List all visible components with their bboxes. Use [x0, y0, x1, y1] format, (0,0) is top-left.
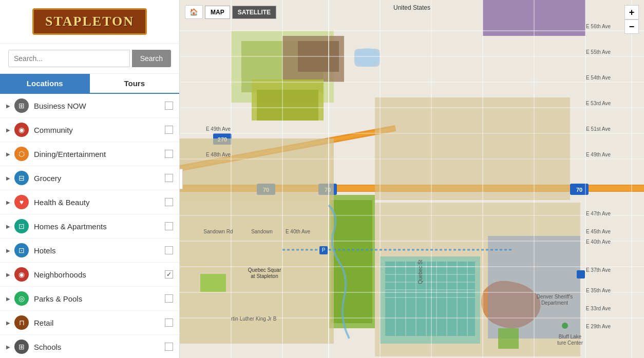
category-checkbox-parks-pools[interactable]: [165, 294, 173, 303]
category-checkbox-community[interactable]: [165, 126, 173, 134]
map-svg: 270 70 70 70: [180, 0, 644, 358]
svg-text:Quebec Squar: Quebec Squar: [248, 267, 281, 273]
map-home-button[interactable]: 🏠: [185, 5, 203, 19]
expand-arrow-health-beauty: ▶: [6, 200, 11, 205]
sidebar: STAPLETON Search Locations Tours ▶⊞Busin…: [0, 0, 180, 358]
category-icon-schools: ⊞: [14, 340, 29, 354]
category-item-neighborhoods[interactable]: ▶◉Neighborhoods✓: [0, 263, 179, 287]
svg-text:E 47th Ave: E 47th Ave: [586, 211, 611, 216]
search-button[interactable]: Search: [132, 50, 171, 67]
expand-arrow-business-now: ▶: [6, 103, 11, 109]
zoom-out-button[interactable]: −: [624, 19, 639, 34]
category-checkbox-dining-entertainment[interactable]: [165, 150, 173, 158]
category-icon-hotels: ⊡: [14, 243, 29, 257]
map-type-map-button[interactable]: MAP: [205, 6, 230, 19]
svg-text:Bluff Lake: Bluff Lake: [559, 334, 582, 340]
svg-text:E 55th Ave: E 55th Ave: [586, 49, 611, 55]
search-area: Search: [0, 44, 179, 74]
category-icon-homes-apartments: ⊡: [14, 219, 29, 233]
zoom-in-button[interactable]: +: [624, 5, 639, 19]
svg-rect-45: [200, 274, 226, 292]
expand-arrow-community: ▶: [6, 127, 11, 133]
svg-text:E 51st Ave: E 51st Ave: [586, 126, 611, 132]
expand-arrow-homes-apartments: ▶: [6, 224, 11, 229]
category-item-hotels[interactable]: ▶⊡Hotels: [0, 238, 179, 263]
svg-text:Quebec St: Quebec St: [418, 260, 423, 284]
svg-text:ture Center: ture Center: [557, 340, 583, 346]
svg-rect-25: [375, 97, 570, 200]
svg-text:Denver Sheriff's: Denver Sheriff's: [537, 294, 573, 300]
svg-text:E 49th Ave: E 49th Ave: [206, 126, 231, 132]
svg-text:E 40th Ave: E 40th Ave: [286, 229, 311, 234]
svg-text:E 45th Ave: E 45th Ave: [586, 229, 611, 234]
category-label-business-now: Business NOW: [34, 102, 165, 110]
category-label-retail: Retail: [34, 319, 165, 327]
search-input[interactable]: [8, 50, 130, 67]
svg-text:E 49th Ave: E 49th Ave: [586, 152, 611, 157]
expand-arrow-grocery: ▶: [6, 175, 11, 181]
svg-text:Department: Department: [541, 300, 568, 306]
category-item-homes-apartments[interactable]: ▶⊡Homes & Apartments: [0, 214, 179, 238]
category-icon-dining-entertainment: ⬡: [14, 147, 29, 161]
category-label-parks-pools: Parks & Pools: [34, 294, 165, 303]
category-checkbox-grocery[interactable]: [165, 174, 173, 182]
category-checkbox-business-now[interactable]: [165, 102, 173, 110]
category-icon-grocery: ⊟: [14, 171, 29, 185]
map-zoom-controls: + −: [624, 5, 639, 34]
category-checkbox-retail[interactable]: [165, 319, 173, 327]
expand-arrow-dining-entertainment: ▶: [6, 151, 11, 157]
category-icon-parks-pools: ◎: [14, 291, 29, 306]
category-icon-business-now: ⊞: [14, 98, 29, 113]
svg-text:70: 70: [576, 187, 582, 193]
tab-tours[interactable]: Tours: [90, 74, 180, 93]
expand-arrow-neighborhoods: ▶: [6, 272, 11, 277]
collapse-button[interactable]: «: [180, 169, 183, 189]
category-label-dining-entertainment: Dining/Entertainment: [34, 150, 165, 158]
category-checkbox-schools[interactable]: [165, 343, 173, 351]
category-checkbox-neighborhoods[interactable]: ✓: [165, 270, 173, 279]
svg-text:P: P: [322, 247, 326, 253]
svg-point-97: [562, 323, 568, 329]
category-label-community: Community: [34, 126, 165, 134]
category-item-community[interactable]: ▶◉Community: [0, 118, 179, 142]
expand-arrow-hotels: ▶: [6, 248, 11, 253]
svg-text:E 56th Ave: E 56th Ave: [586, 24, 611, 29]
category-icon-health-beauty: ♥: [14, 195, 29, 209]
logo-area: STAPLETON: [0, 0, 179, 44]
category-item-grocery[interactable]: ▶⊟Grocery: [0, 166, 179, 190]
category-item-health-beauty[interactable]: ▶♥Health & Beauty: [0, 190, 179, 214]
logo-text: STAPLETON: [45, 14, 134, 29]
category-checkbox-health-beauty[interactable]: [165, 198, 173, 206]
logo: STAPLETON: [32, 8, 147, 35]
svg-text:E 53rd Ave: E 53rd Ave: [586, 101, 611, 106]
category-icon-neighborhoods: ◉: [14, 267, 29, 282]
category-item-retail[interactable]: ▶⊓Retail: [0, 311, 179, 335]
category-label-grocery: Grocery: [34, 174, 165, 183]
svg-rect-96: [577, 270, 585, 279]
svg-rect-29: [385, 262, 475, 336]
expand-arrow-retail: ▶: [6, 320, 11, 326]
category-list: ▶⊞Business NOW▶◉Community▶⬡Dining/Entert…: [0, 94, 179, 358]
svg-text:E 29th Ave: E 29th Ave: [586, 324, 611, 329]
svg-rect-23: [331, 200, 372, 323]
category-item-schools[interactable]: ▶⊞Schools: [0, 335, 179, 358]
category-icon-retail: ⊓: [14, 315, 29, 330]
expand-arrow-parks-pools: ▶: [6, 296, 11, 302]
svg-text:E 35th Ave: E 35th Ave: [586, 288, 611, 293]
category-checkbox-homes-apartments[interactable]: [165, 222, 173, 230]
category-item-dining-entertainment[interactable]: ▶⬡Dining/Entertainment: [0, 142, 179, 166]
svg-text:E 37th Ave: E 37th Ave: [586, 267, 611, 273]
tab-locations[interactable]: Locations: [0, 74, 90, 93]
category-icon-community: ◉: [14, 123, 29, 137]
svg-rect-9: [257, 90, 318, 121]
category-label-health-beauty: Health & Beauty: [34, 198, 165, 207]
category-item-parks-pools[interactable]: ▶◎Parks & Pools: [0, 287, 179, 311]
expand-arrow-schools: ▶: [6, 344, 11, 350]
category-item-business-now[interactable]: ▶⊞Business NOW: [0, 94, 179, 118]
map-type-satellite-button[interactable]: SATELLITE: [232, 6, 276, 19]
map-area: « 🏠 MAP SATELLITE + − United States: [180, 0, 644, 358]
svg-text:at Stapleton: at Stapleton: [251, 273, 278, 279]
svg-text:E 40th Ave: E 40th Ave: [586, 239, 611, 245]
svg-point-7: [354, 48, 380, 67]
category-checkbox-hotels[interactable]: [165, 246, 173, 254]
